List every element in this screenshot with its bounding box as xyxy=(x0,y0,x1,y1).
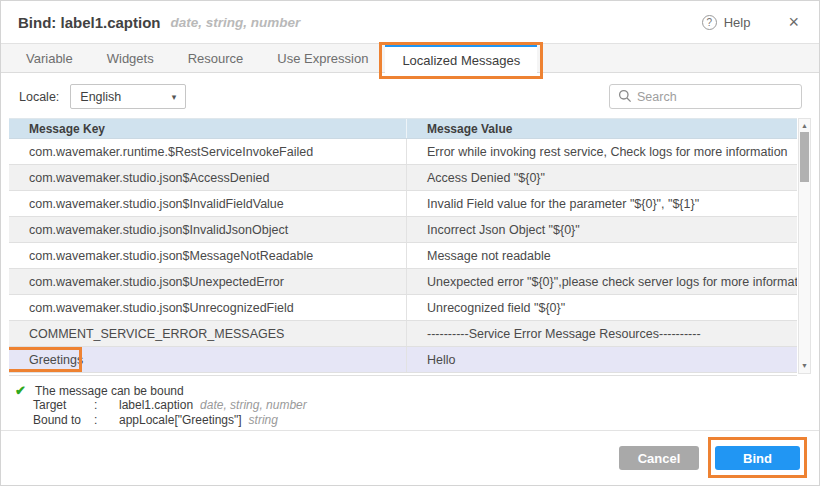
messages-table: Message Key Message Value com.wavemaker.… xyxy=(9,118,811,376)
bound-to-value: appLocale["Greetings"]string xyxy=(119,413,819,427)
message-value-cell[interactable]: Unrecognized field "${0}" xyxy=(406,295,797,320)
message-value-cell[interactable]: Message not readable xyxy=(406,243,797,268)
help-label: Help xyxy=(724,15,751,30)
target-label: Target xyxy=(33,398,94,412)
chevron-down-icon: ▾ xyxy=(172,92,177,102)
close-icon[interactable]: × xyxy=(788,13,799,31)
toolbar: Locale: English ▾ xyxy=(1,73,819,118)
locale-selected-value: English xyxy=(80,90,121,104)
dialog-footer: Cancel Bind xyxy=(1,430,819,485)
locale-label: Locale: xyxy=(19,90,59,104)
message-value-cell[interactable]: Access Denied "${0}" xyxy=(406,165,797,190)
check-icon: ✔ xyxy=(15,383,26,398)
bind-dialog: Bind: label1.caption date, string, numbe… xyxy=(0,0,820,486)
bind-button[interactable]: Bind xyxy=(715,446,800,470)
question-mark-icon: ? xyxy=(702,15,717,30)
selected-key-highlight xyxy=(9,347,82,372)
tab-bar: VariableWidgetsResourceUse ExpressionLoc… xyxy=(1,43,819,73)
search-box xyxy=(609,84,802,109)
message-value-cell[interactable]: Invalid Field value for the parameter "$… xyxy=(406,191,797,216)
binding-status-text: The message can be bound xyxy=(35,384,184,398)
tab-widgets[interactable]: Widgets xyxy=(90,44,171,72)
scroll-down-icon[interactable]: ▼ xyxy=(799,360,810,372)
table-row[interactable]: com.wavemaker.studio.json$UnexpectedErro… xyxy=(9,269,797,295)
bound-to-type: string xyxy=(249,413,278,427)
table-header-row: Message Key Message Value xyxy=(9,118,797,139)
column-header-message-value: Message Value xyxy=(406,119,797,138)
column-header-message-key: Message Key xyxy=(9,122,406,136)
bound-to-label: Bound to xyxy=(33,413,94,427)
message-key-cell[interactable]: com.wavemaker.studio.json$UnexpectedErro… xyxy=(9,269,406,294)
message-value-cell[interactable]: ----------Service Error Message Resource… xyxy=(406,321,797,346)
table-row[interactable]: COMMENT_SERVICE_ERROR_MESSAGES----------… xyxy=(9,321,797,347)
dialog-title: Bind: label1.caption xyxy=(18,14,161,31)
help-button[interactable]: ? Help xyxy=(702,15,751,30)
message-key-cell[interactable]: Greetings xyxy=(9,347,406,372)
binding-info-panel: ✔ The message can be bound Target : labe… xyxy=(1,376,819,427)
message-key-cell[interactable]: COMMENT_SERVICE_ERROR_MESSAGES xyxy=(9,321,406,346)
message-key-cell[interactable]: com.wavemaker.runtime.$RestServiceInvoke… xyxy=(9,139,406,164)
vertical-scrollbar[interactable]: ▲ ▼ xyxy=(798,118,811,374)
scrollbar-thumb[interactable] xyxy=(800,132,809,182)
message-value-cell[interactable]: Unexpected error "${0}",please check ser… xyxy=(406,269,797,294)
dialog-titlebar: Bind: label1.caption date, string, numbe… xyxy=(1,1,819,43)
table-row[interactable]: com.wavemaker.studio.json$AccessDeniedAc… xyxy=(9,165,797,191)
message-key-cell[interactable]: com.wavemaker.studio.json$UnrecognizedFi… xyxy=(9,295,406,320)
message-key-cell[interactable]: com.wavemaker.studio.json$MessageNotRead… xyxy=(9,243,406,268)
target-value: label1.captiondate, string, number xyxy=(119,398,819,412)
scroll-up-icon[interactable]: ▲ xyxy=(799,120,810,132)
message-key-cell[interactable]: com.wavemaker.studio.json$AccessDenied xyxy=(9,165,406,190)
tab-resource[interactable]: Resource xyxy=(171,44,261,72)
target-types: date, string, number xyxy=(200,398,307,412)
target-row: Target : label1.captiondate, string, num… xyxy=(33,398,819,413)
tab-localized-messages[interactable]: Localized Messages xyxy=(385,44,537,73)
tab-use-expression[interactable]: Use Expression xyxy=(260,44,385,72)
search-input[interactable] xyxy=(609,84,802,109)
message-key-cell[interactable]: com.wavemaker.studio.json$InvalidFieldVa… xyxy=(9,191,406,216)
message-value-cell[interactable]: Incorrect Json Object "${0}" xyxy=(406,217,797,242)
search-icon xyxy=(618,89,632,103)
message-value-cell[interactable]: Error while invoking rest service, Check… xyxy=(406,139,797,164)
partial-row xyxy=(9,373,797,376)
table-row[interactable]: GreetingsHello xyxy=(9,347,797,373)
locale-select[interactable]: English ▾ xyxy=(70,84,186,109)
bound-to-row: Bound to : appLocale["Greetings"]string xyxy=(33,413,819,428)
table-row[interactable]: com.wavemaker.studio.json$InvalidFieldVa… xyxy=(9,191,797,217)
table-row[interactable]: com.wavemaker.studio.json$InvalidJsonObj… xyxy=(9,217,797,243)
cancel-button[interactable]: Cancel xyxy=(619,446,699,470)
table-row[interactable]: com.wavemaker.studio.json$UnrecognizedFi… xyxy=(9,295,797,321)
target-colon: : xyxy=(94,398,119,412)
tab-variable[interactable]: Variable xyxy=(9,44,90,72)
message-value-cell[interactable]: Hello xyxy=(406,347,797,372)
table-body: com.wavemaker.runtime.$RestServiceInvoke… xyxy=(9,139,811,373)
table-row[interactable]: com.wavemaker.runtime.$RestServiceInvoke… xyxy=(9,139,797,165)
table-row[interactable]: com.wavemaker.studio.json$MessageNotRead… xyxy=(9,243,797,269)
message-key-cell[interactable]: com.wavemaker.studio.json$InvalidJsonObj… xyxy=(9,217,406,242)
bound-to-colon: : xyxy=(94,413,119,427)
dialog-subtitle: date, string, number xyxy=(171,15,301,30)
